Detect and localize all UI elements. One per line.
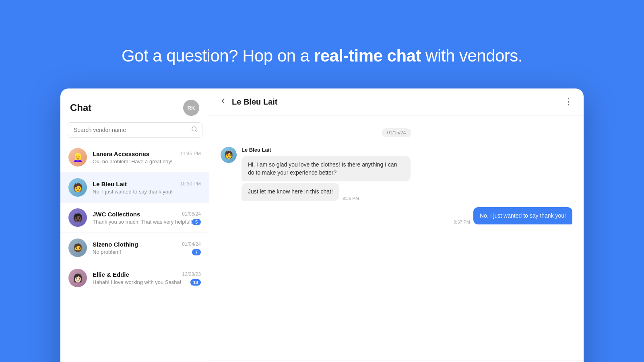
svg-line-1 [196, 130, 197, 132]
search-input[interactable] [67, 122, 202, 138]
search-icon [191, 126, 198, 134]
chat-item-lebleu[interactable]: 🧑 Le Bleu Lait 10:30 PM No, I just wante… [60, 173, 209, 203]
chat-avatar-lanera: 👱‍♀️ [68, 148, 87, 167]
chat-preview-lanera: Ok, no problem! Have a great day! [93, 158, 201, 165]
vendor-msg-name: Le Bleu Lait [242, 147, 411, 153]
vendor-avatar: 🧑 [221, 147, 237, 163]
date-divider: 01/15/24 [221, 128, 572, 137]
hero-section: Got a question? Hop on a real-time chat … [0, 0, 644, 66]
chat-info-jwc: JWC Collections 01/06/24 Thank you so mu… [93, 211, 201, 225]
user-avatar: RK [183, 100, 199, 116]
chat-time-lebleu: 10:30 PM [180, 181, 201, 187]
chat-preview-lebleu: No, I just wanted to say thank you! [93, 189, 201, 195]
back-button[interactable] [219, 97, 227, 107]
chat-preview-jwc: Thank you so much! That was very helpful… [93, 219, 201, 225]
chat-name-ellie: Ellie & Eddie [93, 271, 129, 278]
app-window: Chat RK 👱‍♀️ Lanera Accessories 11:45 PM [60, 88, 584, 362]
vendor-bubble-1: Hi, I am so glad you love the clothes! I… [242, 156, 411, 181]
chat-avatar-sizeno: 🧔 [68, 239, 87, 257]
badge-ellie: 18 [190, 279, 201, 286]
chat-panel: Le Bleu Lait ⋮ 01/15/24 🧑 Le Bleu Lait H… [209, 88, 584, 362]
messages-area: 01/15/24 🧑 Le Bleu Lait Hi, I am so glad… [209, 115, 584, 360]
chat-item-sizeno[interactable]: 🧔 Sizeno Clothing 01/04/24 No problem! 7 [60, 233, 209, 263]
chat-panel-header: Le Bleu Lait ⋮ [209, 88, 584, 115]
user-message-group: 9:37 PM No, I just wanted to say thank y… [221, 207, 572, 225]
chat-avatar-ellie: 👩🏻 [68, 269, 87, 287]
hero-text-end: with vendors. [425, 46, 522, 65]
chat-item-jwc[interactable]: 🧑🏿 JWC Collections 01/06/24 Thank you so… [60, 203, 209, 233]
chat-avatar-jwc: 🧑🏿 [68, 208, 87, 227]
chat-name-jwc: JWC Collections [93, 211, 140, 218]
chat-panel-vendor-name: Le Bleu Lait [232, 97, 564, 107]
chat-time-jwc: 01/06/24 [182, 211, 201, 217]
vendor-msg-time: 9:36 PM [343, 196, 359, 201]
chat-item-lanera[interactable]: 👱‍♀️ Lanera Accessories 11:45 PM Ok, no … [60, 142, 209, 173]
hero-text-bold: real-time chat [314, 46, 421, 65]
sidebar-header: Chat RK [60, 88, 209, 122]
user-msg-time: 9:37 PM [454, 220, 470, 224]
chat-time-lanera: 11:45 PM [180, 151, 201, 156]
chat-name-lanera: Lanera Accessories [93, 150, 149, 157]
chat-avatar-lebleu: 🧑 [68, 178, 87, 197]
search-box[interactable] [67, 122, 202, 138]
chat-name-sizeno: Sizeno Clothing [93, 241, 138, 248]
badge-jwc: 5 [192, 219, 201, 225]
chat-info-sizeno: Sizeno Clothing 01/04/24 No problem! [93, 241, 201, 255]
message-input-area: + [209, 360, 584, 362]
badge-sizeno: 7 [192, 249, 201, 255]
vendor-bubble-2: Just let me know here in this chat! [242, 183, 339, 201]
chat-info-ellie: Ellie & Eddie 12/28/23 Hahah! I love wor… [93, 271, 201, 285]
vendor-msg-content: Le Bleu Lait Hi, I am so glad you love t… [242, 147, 411, 201]
chat-time-ellie: 12/28/23 [182, 272, 201, 277]
chat-item-ellie[interactable]: 👩🏻 Ellie & Eddie 12/28/23 Hahah! I love … [60, 263, 209, 293]
chat-list: 👱‍♀️ Lanera Accessories 11:45 PM Ok, no … [60, 142, 209, 362]
chat-preview-ellie: Hahah! I love working with you Sasha! [93, 279, 201, 285]
more-options-button[interactable]: ⋮ [564, 97, 574, 107]
date-badge: 01/15/24 [382, 128, 412, 137]
chat-time-sizeno: 01/04/24 [182, 241, 201, 247]
hero-heading: Got a question? Hop on a real-time chat … [0, 22, 644, 66]
hero-text-start: Got a question? Hop on a [122, 46, 314, 65]
vendor-message-group: 🧑 Le Bleu Lait Hi, I am so glad you love… [221, 147, 572, 201]
chat-info-lanera: Lanera Accessories 11:45 PM Ok, no probl… [93, 150, 201, 165]
user-bubble: No, I just wanted to say thank you! [473, 207, 572, 225]
chat-sidebar: Chat RK 👱‍♀️ Lanera Accessories 11:45 PM [60, 88, 209, 362]
chat-info-lebleu: Le Bleu Lait 10:30 PM No, I just wanted … [93, 181, 201, 195]
chat-name-lebleu: Le Bleu Lait [93, 181, 127, 187]
chat-preview-sizeno: No problem! [93, 249, 201, 255]
sidebar-title: Chat [70, 102, 91, 113]
